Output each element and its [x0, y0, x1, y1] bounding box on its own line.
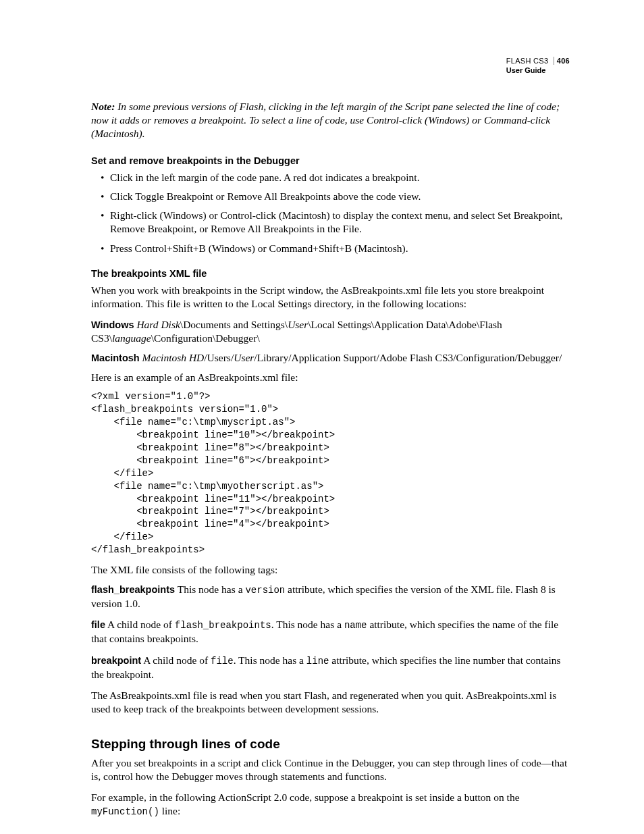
code-inline: file — [211, 656, 234, 667]
code-inline: myFunction() — [91, 806, 159, 817]
heading-set-remove: Set and remove breakpoints in the Debugg… — [91, 155, 570, 167]
text: A child node of — [105, 619, 175, 630]
text: A child node of — [141, 654, 211, 666]
term: file — [91, 619, 105, 630]
page-content: Note: In some previous versions of Flash… — [91, 58, 570, 818]
list-item: Press Control+Shift+B (Windows) or Comma… — [101, 242, 570, 255]
read-regenerate: The AsBreakpoints.xml file is read when … — [91, 689, 570, 716]
term: breakpoint — [91, 655, 141, 666]
note-paragraph: Note: In some previous versions of Flash… — [91, 100, 570, 140]
path-text: /Users/ — [204, 352, 234, 363]
code-inline: flash_breakpoints — [175, 620, 271, 631]
stepping-example: For example, in the following ActionScri… — [91, 791, 570, 818]
product-name: FLASH CS3 — [506, 57, 549, 65]
code-inline: name — [344, 620, 367, 631]
list-item: Click Toggle Breakpoint or Remove All Br… — [101, 190, 570, 203]
stepping-intro: After you set breakpoints in a script an… — [91, 756, 570, 783]
path-text: /Library/Application Support/Adobe Flash… — [254, 352, 562, 363]
text: line: — [159, 805, 180, 816]
guide-label: User Guide — [506, 66, 570, 76]
text: This node has a — [175, 583, 245, 595]
macintosh-label: Macintosh — [91, 353, 140, 363]
windows-path: Windows Hard Disk\Documents and Settings… — [91, 318, 570, 345]
code-block: <?xml version="1.0"?> <flash_breakpoints… — [91, 390, 570, 556]
term: flash_breakpoints — [91, 584, 175, 595]
path-text: \Documents and Settings\ — [180, 319, 288, 330]
heading-xml-file: The breakpoints XML file — [91, 267, 570, 280]
list-item: Right-click (Windows) or Control-click (… — [101, 209, 570, 236]
macintosh-path: Macintosh Macintosh HD/Users/User/Librar… — [91, 351, 570, 365]
page-header: FLASH CS3 406 User Guide — [506, 57, 570, 76]
text: For example, in the following ActionScri… — [91, 791, 520, 803]
heading-stepping: Stepping through lines of code — [91, 736, 570, 752]
flash-breakpoints-desc: flash_breakpoints This node has a versio… — [91, 583, 570, 610]
consists-text: The XML file consists of the following t… — [91, 563, 570, 577]
mac-hd: Macintosh HD — [142, 352, 205, 363]
example-intro: Here is an example of an AsBreakpoints.x… — [91, 371, 570, 384]
code-inline: version — [245, 585, 285, 596]
file-node-desc: file A child node of flash_breakpoints. … — [91, 618, 570, 646]
user-placeholder: User — [288, 319, 308, 330]
bullet-list: Click in the left margin of the code pan… — [91, 171, 570, 255]
list-item: Click in the left margin of the code pan… — [101, 171, 570, 184]
hard-disk: Hard Disk — [136, 319, 180, 330]
text: . This node has a — [234, 654, 306, 666]
xml-intro: When you work with breakpoints in the Sc… — [91, 284, 570, 311]
note-label: Note: — [91, 101, 115, 112]
code-inline: line — [306, 656, 329, 667]
note-text: In some previous versions of Flash, clic… — [91, 101, 560, 139]
page-number: 406 — [554, 57, 570, 65]
user-placeholder: User — [234, 352, 254, 363]
language-placeholder: language — [112, 332, 151, 344]
breakpoint-node-desc: breakpoint A child node of file. This no… — [91, 654, 570, 681]
path-text: \Configuration\Debugger\ — [151, 332, 260, 344]
text: . This node has a — [271, 619, 344, 630]
windows-label: Windows — [91, 319, 134, 330]
